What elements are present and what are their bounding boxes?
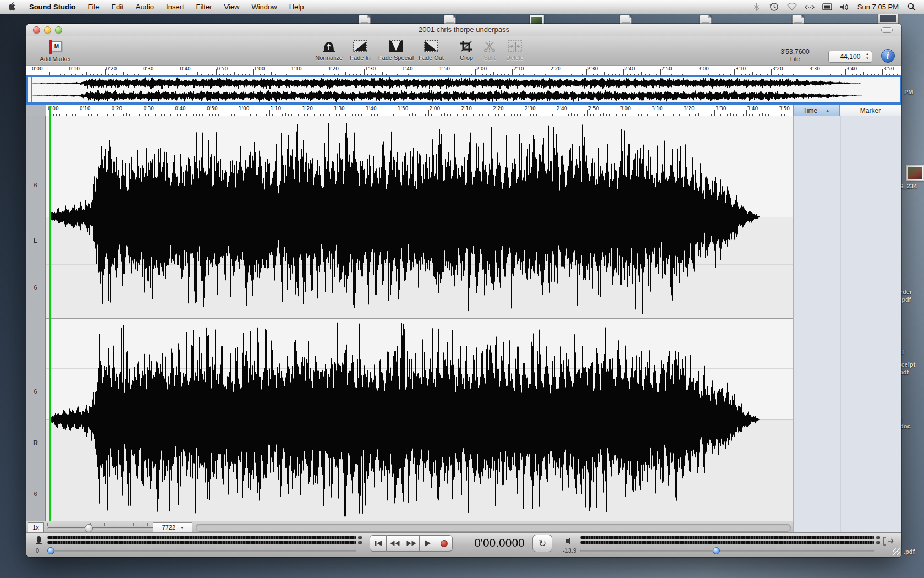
crop-icon <box>459 40 474 52</box>
level-label: 6 <box>26 284 45 291</box>
input-level-value: 0 <box>36 547 39 554</box>
wifi-icon[interactable] <box>787 2 797 12</box>
input-meter-clip-dot <box>358 541 362 544</box>
fade-special-button[interactable]: Fade Special <box>374 40 418 61</box>
menu-item-app[interactable]: Sound Studio <box>23 0 81 14</box>
loop-icon: ↻ <box>538 538 546 549</box>
ruler-label: 2'30 <box>587 66 598 72</box>
ruler-label: 2'00 <box>476 66 487 72</box>
rewind-button[interactable] <box>387 535 403 552</box>
ruler-label: 3'00 <box>620 106 631 111</box>
apple-icon <box>9 2 17 12</box>
display-icon[interactable] <box>822 2 832 12</box>
input-volume-track[interactable] <box>47 550 356 552</box>
time-display: 0'00.0000 <box>461 536 538 549</box>
main-timeline-ruler[interactable]: 0'000'100'200'300'400'501'001'101'201'30… <box>46 105 793 117</box>
ruler-label: 0'20 <box>106 66 117 72</box>
transport-buttons <box>370 535 453 550</box>
bluetooth-icon[interactable] <box>752 2 762 12</box>
ruler-label: 1'30 <box>365 66 376 72</box>
input-volume-thumb[interactable] <box>47 547 54 554</box>
play-button[interactable] <box>420 535 436 552</box>
menu-item-help[interactable]: Help <box>283 0 310 14</box>
ruler-label: 3'30 <box>716 106 727 111</box>
ruler-label: 1'50 <box>439 66 450 72</box>
zoom-slider-thumb[interactable] <box>85 524 93 532</box>
ruler-label: 0'40 <box>180 66 191 72</box>
sample-rate-stepper[interactable]: 44,100 ▲▼ <box>828 51 872 63</box>
desktop-photo-icon[interactable] <box>906 165 924 181</box>
input-meter-right <box>47 541 356 544</box>
split-button[interactable]: Split <box>477 40 502 61</box>
add-marker-button[interactable]: M Add Marker <box>31 40 80 62</box>
menu-item-audio[interactable]: Audio <box>130 0 160 14</box>
record-button[interactable] <box>436 535 453 552</box>
ruler-label: 3'20 <box>772 66 783 72</box>
resize-grip[interactable] <box>893 548 900 555</box>
ruler-label: 2'30 <box>525 106 536 111</box>
normalize-button[interactable]: Normalize <box>308 40 350 61</box>
output-level-value: -13.9 <box>554 547 576 554</box>
fade-special-icon <box>389 40 403 52</box>
ruler-label: 1'10 <box>271 106 282 111</box>
menu-item-view[interactable]: View <box>218 0 246 14</box>
fade-in-button[interactable]: Fade In <box>344 40 376 61</box>
channel-gutter: 6 L 6 6 R 6 <box>26 116 46 532</box>
sort-arrow-icon: ▲ <box>825 108 830 113</box>
marker-name-header[interactable]: Marker <box>840 105 901 116</box>
fast-forward-button[interactable] <box>403 535 420 552</box>
marker-time-header[interactable]: Time ▲ <box>793 105 840 116</box>
title-bar[interactable]: 2001 chris thorpe underpass <box>26 24 901 36</box>
window-title: 2001 chris thorpe underpass <box>26 25 901 34</box>
output-volume-thumb[interactable] <box>713 547 720 554</box>
apple-menu[interactable] <box>0 0 23 14</box>
go-to-start-button[interactable] <box>370 535 387 552</box>
ruler-label: 3'00 <box>698 66 709 72</box>
delete-icon <box>508 40 522 52</box>
fade-in-icon <box>353 40 367 52</box>
ruler-label: 1'10 <box>291 66 302 72</box>
arrows-icon[interactable] <box>805 2 815 12</box>
overview-section: 0'000'100'200'300'400'501'001'101'201'30… <box>26 65 901 103</box>
overview-waveform[interactable] <box>28 77 900 102</box>
desktop: PM G_234 order il.pdf df receipt .pdf g … <box>0 0 924 578</box>
ruler-label: 3'20 <box>684 106 695 111</box>
main-waveform[interactable] <box>46 116 793 521</box>
menu-item-window[interactable]: Window <box>245 0 283 14</box>
delete-button[interactable]: Delete <box>501 40 529 61</box>
menu-item-file[interactable]: File <box>81 0 105 14</box>
zoom-bar: 1x 7722 ▾ <box>26 521 793 532</box>
zoom-value-dropdown[interactable]: 7722 ▾ <box>153 522 193 532</box>
desktop-icon-label[interactable]: .pdf <box>904 548 915 555</box>
menu-clock[interactable]: Sun 7:05 PM <box>857 3 899 11</box>
marker-column-divider <box>840 116 841 532</box>
ruler-label: 0'50 <box>217 66 228 72</box>
time-machine-icon[interactable] <box>769 2 779 12</box>
playhead-cursor[interactable] <box>50 106 51 521</box>
level-label: 6 <box>26 388 45 395</box>
play-through-icon[interactable] <box>883 537 895 546</box>
menu-item-insert[interactable]: Insert <box>160 0 190 14</box>
ruler-label: 1'40 <box>402 66 413 72</box>
ruler-label: 1'40 <box>366 106 377 111</box>
horizontal-scrollbar[interactable] <box>196 524 791 532</box>
overview-timeline-ruler[interactable]: 0'000'100'200'300'400'501'001'101'201'30… <box>26 65 901 77</box>
menu-item-filter[interactable]: Filter <box>190 0 218 14</box>
spotlight-icon[interactable] <box>906 2 916 12</box>
loop-button[interactable]: ↻ <box>532 535 552 552</box>
fade-out-button[interactable]: Fade Out <box>415 40 448 61</box>
dropdown-arrow-icon: ▾ <box>181 525 183 530</box>
ruler-corner <box>26 105 46 117</box>
desktop-icon-label[interactable]: PM <box>904 88 914 96</box>
crop-button[interactable]: Crop <box>454 40 479 61</box>
ruler-label: 2'00 <box>430 106 441 111</box>
toolbar-toggle-button[interactable] <box>881 27 893 33</box>
volume-icon[interactable] <box>840 2 850 12</box>
marker-list-panel[interactable] <box>793 116 901 532</box>
overview-playhead[interactable] <box>31 77 32 102</box>
overview-waveform-box[interactable] <box>26 75 901 103</box>
ruler-label: 1'30 <box>334 106 345 111</box>
menu-item-edit[interactable]: Edit <box>105 0 129 14</box>
output-volume-track[interactable] <box>580 550 875 552</box>
left-channel-label: L <box>26 237 45 244</box>
